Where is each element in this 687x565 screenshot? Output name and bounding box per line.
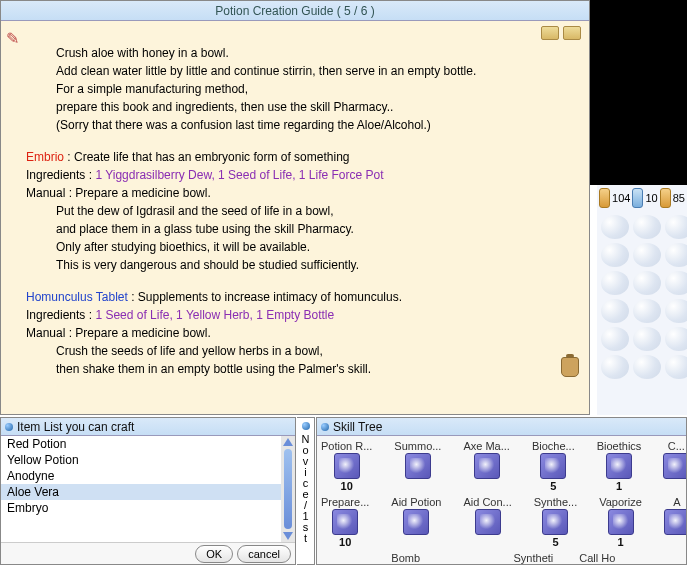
craft-list[interactable]: Red PotionYellow PotionAnodyneAloe VeraE… [1, 436, 281, 542]
inventory-slot[interactable] [665, 327, 687, 351]
skill-label: Synthe... [534, 496, 577, 508]
skill-level: 10 [321, 536, 369, 548]
recipe-line: Crush the seeds of life and yellow herbs… [26, 342, 574, 360]
skill-entry[interactable]: Summo... [394, 440, 441, 492]
inventory-slot[interactable] [665, 299, 687, 323]
recipe-heading: Embrio : Create life that has an embryon… [26, 148, 574, 166]
inventory-slot[interactable] [633, 327, 661, 351]
ok-button[interactable]: OK [195, 545, 233, 563]
skill-level: 1 [599, 536, 642, 548]
inventory-slot[interactable] [633, 299, 661, 323]
inventory-slot[interactable] [665, 243, 687, 267]
skill-icon[interactable] [663, 453, 687, 479]
inventory-slot[interactable] [665, 271, 687, 295]
skill-entry[interactable]: Syntheti1 [512, 552, 554, 565]
guide-window: Potion Creation Guide ( 5 / 6 ) ✎ Crush … [0, 0, 590, 415]
skill-label: Axe Ma... [463, 440, 509, 452]
inventory-panel: 104 10 85 [597, 185, 687, 415]
skill-tree-title: Skill Tree [317, 418, 686, 436]
recipe-manual: Manual : Prepare a medicine bowl. [26, 184, 574, 202]
skill-entry[interactable]: Prepare...10 [321, 496, 369, 548]
skill-label: Call Ho [576, 552, 618, 564]
skill-entry[interactable]: Bioche...5 [532, 440, 575, 492]
inventory-slot[interactable] [601, 299, 629, 323]
scroll-thumb[interactable] [284, 449, 292, 529]
skill-label: Bioche... [532, 440, 575, 452]
scroll-up-icon[interactable] [283, 438, 293, 446]
skill-icon[interactable] [606, 453, 632, 479]
skill-label: Aid Con... [463, 496, 511, 508]
recipe-line: (Sorry that there was a confusion last t… [26, 116, 574, 134]
inventory-slot[interactable] [633, 355, 661, 379]
window-dot-icon [321, 423, 329, 431]
craft-item[interactable]: Aloe Vera [1, 484, 281, 500]
skill-icon[interactable] [608, 509, 634, 535]
bag-icon[interactable] [561, 357, 579, 377]
inventory-slot[interactable] [601, 243, 629, 267]
guide-body: ✎ Crush aloe with honey in a bowl. Add c… [1, 21, 589, 383]
inventory-slot[interactable] [601, 355, 629, 379]
craft-item[interactable]: Yellow Potion [1, 452, 281, 468]
skill-entry[interactable]: Vaporize1 [599, 496, 642, 548]
skill-entry[interactable]: C... [663, 440, 687, 492]
skill-level: 10 [321, 480, 372, 492]
item-count: 10 [645, 192, 657, 204]
inventory-slot[interactable] [633, 271, 661, 295]
item-count: 104 [612, 192, 630, 204]
item-count: 85 [673, 192, 685, 204]
skill-label: A [664, 496, 687, 508]
skill-entry[interactable]: Synthe...5 [534, 496, 577, 548]
inventory-slot[interactable] [633, 215, 661, 239]
skill-entry[interactable]: Call Ho [576, 552, 618, 565]
skill-label: Syntheti [512, 552, 554, 564]
skill-entry[interactable]: Aid Potion [391, 496, 441, 548]
skill-entry[interactable] [321, 552, 363, 565]
skill-entry[interactable]: Potion R...10 [321, 440, 372, 492]
skill-tree-window: Skill Tree Potion R...10Summo...Axe Ma..… [316, 417, 687, 565]
craft-item[interactable]: Red Potion [1, 436, 281, 452]
skill-icon[interactable] [474, 453, 500, 479]
skill-entry[interactable]: Axe Ma... [463, 440, 509, 492]
craft-item[interactable]: Anodyne [1, 468, 281, 484]
skill-icon[interactable] [403, 509, 429, 535]
job-tab[interactable]: Novice/1st [297, 417, 315, 565]
skill-icon[interactable] [475, 509, 501, 535]
skill-entry[interactable] [449, 552, 491, 565]
item-icon[interactable] [632, 188, 643, 208]
recipe-line: For a simple manufacturing method, [26, 80, 574, 98]
craft-item[interactable]: Embryo [1, 500, 281, 516]
skill-entry[interactable]: Bomb [385, 552, 427, 565]
skill-icon[interactable] [664, 509, 687, 535]
skill-icon[interactable] [332, 509, 358, 535]
item-icon[interactable] [660, 188, 671, 208]
recipe-line: Put the dew of Igdrasil and the seed of … [26, 202, 574, 220]
inventory-slot[interactable] [601, 271, 629, 295]
recipe-ingredients: Ingredients : 1 Yiggdrasilberry Dew, 1 S… [26, 166, 574, 184]
inventory-slot[interactable] [665, 355, 687, 379]
scrollbar[interactable] [281, 436, 295, 542]
recipe-line: Add clean water little by little and con… [26, 62, 574, 80]
skill-icon[interactable] [542, 509, 568, 535]
item-icon[interactable] [599, 188, 610, 208]
skill-icon[interactable] [405, 453, 431, 479]
inventory-slot[interactable] [601, 327, 629, 351]
skill-entry[interactable]: A [664, 496, 687, 548]
inventory-slot[interactable] [633, 243, 661, 267]
inventory-slot[interactable] [601, 215, 629, 239]
skill-icon[interactable] [334, 453, 360, 479]
game-viewport-strip [590, 0, 687, 185]
cancel-button[interactable]: cancel [237, 545, 291, 563]
prev-page-icon[interactable] [541, 26, 559, 40]
next-page-icon[interactable] [563, 26, 581, 40]
skill-entry[interactable]: Bioethics1 [597, 440, 642, 492]
inventory-slot[interactable] [665, 215, 687, 239]
skill-label: Potion R... [321, 440, 372, 452]
recipe-line: This is very dangerous and should be stu… [26, 256, 574, 274]
skill-entry[interactable]: Aid Con... [463, 496, 511, 548]
recipe-ingredients: Ingredients : 1 Seed of Life, 1 Yellow H… [26, 306, 574, 324]
scroll-down-icon[interactable] [283, 532, 293, 540]
window-dot-icon [5, 423, 13, 431]
skill-icon[interactable] [540, 453, 566, 479]
skill-entry[interactable] [640, 552, 682, 565]
skill-level: 1 [597, 480, 642, 492]
